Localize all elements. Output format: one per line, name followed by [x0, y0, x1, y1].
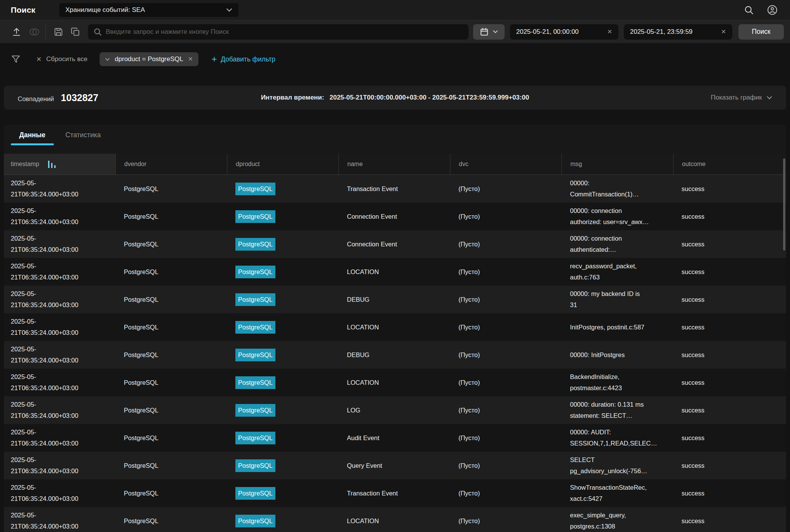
table-row[interactable]: 2025-05- 21T06:35:24.000+03:00PostgreSQL… — [4, 341, 786, 369]
highlighted-match: PostgreSQL — [235, 349, 275, 361]
cell-dproduct: PostgreSQL — [227, 507, 338, 532]
remove-filter-icon[interactable]: ✕ — [188, 56, 193, 62]
save-query-button[interactable] — [53, 26, 64, 38]
cell-timestamp: 2025-05- 21T06:35:24.000+03:00 — [4, 313, 115, 341]
cell-dproduct: PostgreSQL — [227, 452, 338, 479]
date-to-field[interactable]: 2025-05-21, 23:59:59 ✕ — [624, 24, 732, 40]
column-header-timestamp[interactable]: timestamp — [4, 154, 115, 175]
upload-icon — [12, 27, 22, 37]
export-button[interactable] — [11, 26, 22, 38]
table-scrollbar-thumb[interactable] — [783, 158, 785, 251]
correlate-button[interactable] — [28, 26, 40, 38]
tab-data[interactable]: Данные — [9, 125, 55, 145]
cell-dvendor: PostgreSQL — [115, 313, 227, 341]
cell-dvc: (Пусто) — [450, 479, 562, 507]
tab-statistics[interactable]: Статистика — [55, 125, 111, 145]
active-tab-underline — [11, 143, 54, 145]
table-body: 2025-05- 21T06:35:24.000+03:00PostgreSQL… — [4, 175, 786, 532]
search-button[interactable]: Поиск — [738, 24, 784, 40]
column-header-outcome[interactable]: outcome — [673, 154, 786, 175]
cell-msg: 00000: connection authorized: user=srv_a… — [562, 203, 673, 230]
cell-dvendor: PostgreSQL — [115, 452, 227, 479]
date-to-value: 2025-05-21, 23:59:59 — [630, 28, 693, 36]
clear-date-to-icon[interactable]: ✕ — [721, 29, 726, 35]
table-row[interactable]: 2025-05- 21T06:35:24.000+03:00PostgreSQL… — [4, 424, 786, 452]
table-row[interactable]: 2025-05- 21T06:35:24.000+03:00PostgreSQL… — [4, 286, 786, 313]
chevron-down-icon — [105, 58, 110, 61]
cell-timestamp: 2025-05- 21T06:35:24.000+03:00 — [4, 230, 115, 258]
event-storage-dropdown[interactable]: Хранилище событий: SEA — [59, 3, 238, 17]
query-input-wrapper — [88, 24, 468, 40]
highlighted-match: PostgreSQL — [235, 487, 275, 500]
cell-outcome: success — [673, 203, 786, 230]
event-storage-label: Хранилище событий: SEA — [65, 6, 145, 14]
results-card: Данные Статистика timestamp dvendor dp — [4, 125, 786, 532]
toolbar-divider — [45, 25, 46, 39]
cell-dvc: (Пусто) — [450, 369, 562, 396]
top-bar: Поиск Хранилище событий: SEA — [0, 0, 790, 20]
results-tabs: Данные Статистика — [4, 125, 786, 145]
cell-name: Connection Event — [338, 230, 450, 258]
query-input[interactable] — [106, 28, 463, 36]
cell-dproduct: PostgreSQL — [227, 479, 338, 507]
cell-msg: ShowTransactionStateRec, xact.c:5427 — [562, 479, 673, 507]
column-header-name[interactable]: name — [338, 154, 450, 175]
global-search-icon[interactable] — [744, 5, 754, 15]
top-bar-actions — [744, 5, 778, 15]
cell-dproduct: PostgreSQL — [227, 341, 338, 369]
interval-label: Интервал времени: — [261, 94, 324, 101]
cell-outcome: success — [673, 369, 786, 396]
copy-query-button[interactable] — [70, 26, 81, 38]
cell-name: Connection Event — [338, 203, 450, 230]
cell-timestamp: 2025-05- 21T06:35:24.000+03:00 — [4, 369, 115, 396]
date-from-field[interactable]: 2025-05-21, 00:00:00 ✕ — [510, 24, 618, 40]
column-header-msg[interactable]: msg — [562, 154, 673, 175]
cell-name: Audit Event — [338, 424, 450, 452]
results-summary-bar: Совпадений 1032827 Интервал времени: 202… — [4, 86, 786, 110]
cell-dvendor: PostgreSQL — [115, 230, 227, 258]
cell-dproduct: PostgreSQL — [227, 258, 338, 286]
cell-timestamp: 2025-05- 21T06:35:24.000+03:00 — [4, 286, 115, 313]
date-range-picker-button[interactable] — [473, 24, 505, 40]
highlighted-match: PostgreSQL — [235, 321, 275, 334]
column-header-dproduct[interactable]: dproduct — [227, 154, 338, 175]
cell-dvc: (Пусто) — [450, 424, 562, 452]
show-chart-toggle[interactable]: Показать график — [711, 94, 772, 101]
date-from-value: 2025-05-21, 00:00:00 — [516, 28, 579, 36]
cell-dvc: (Пусто) — [450, 452, 562, 479]
sort-descending-icon[interactable] — [48, 160, 57, 168]
cell-dvc: (Пусто) — [450, 313, 562, 341]
filter-bar: ✕ Сбросить все dproduct = PostgreSQL ✕ +… — [0, 43, 790, 75]
chevron-down-icon — [767, 96, 772, 100]
cell-outcome: success — [673, 313, 786, 341]
table-row[interactable]: 2025-05- 21T06:35:24.000+03:00PostgreSQL… — [4, 258, 786, 286]
cell-msg: 00000: connection authenticated:… — [562, 230, 673, 258]
highlighted-match: PostgreSQL — [235, 459, 275, 472]
table-row[interactable]: 2025-05- 21T06:35:24.000+03:00PostgreSQL… — [4, 230, 786, 258]
highlighted-match: PostgreSQL — [235, 266, 275, 278]
cell-msg: exec_simple_query, postgres.c:1308 — [562, 507, 673, 532]
table-row[interactable]: 2025-05- 21T06:35:24.000+03:00PostgreSQL… — [4, 369, 786, 396]
cell-msg: recv_password_packet, auth.c:763 — [562, 258, 673, 286]
cell-timestamp: 2025-05- 21T06:35:24.000+03:00 — [4, 396, 115, 424]
clear-date-from-icon[interactable]: ✕ — [607, 29, 612, 35]
cell-dvc: (Пусто) — [450, 286, 562, 313]
clear-all-filters-button[interactable]: ✕ Сбросить все — [36, 55, 87, 63]
highlighted-match: PostgreSQL — [235, 238, 275, 251]
add-filter-label: Добавить фильтр — [221, 55, 275, 63]
table-row[interactable]: 2025-05- 21T06:35:24.000+03:00PostgreSQL… — [4, 507, 786, 532]
table-row[interactable]: 2025-05- 21T06:35:24.000+03:00PostgreSQL… — [4, 396, 786, 424]
filter-chip-dproduct[interactable]: dproduct = PostgreSQL ✕ — [100, 52, 198, 66]
table-row[interactable]: 2025-05- 21T06:35:24.000+03:00PostgreSQL… — [4, 479, 786, 507]
cell-dvendor: PostgreSQL — [115, 479, 227, 507]
table-row[interactable]: 2025-05- 21T06:35:24.000+03:00PostgreSQL… — [4, 452, 786, 479]
cell-name: LOG — [338, 396, 450, 424]
filter-chip-label: dproduct = PostgreSQL — [115, 55, 183, 63]
table-row[interactable]: 2025-05- 21T06:35:24.000+03:00PostgreSQL… — [4, 313, 786, 341]
table-row[interactable]: 2025-05- 21T06:35:24.000+03:00PostgreSQL… — [4, 203, 786, 230]
add-filter-button[interactable]: + Добавить фильтр — [212, 55, 275, 64]
column-header-dvc[interactable]: dvc — [450, 154, 562, 175]
column-header-dvendor[interactable]: dvendor — [115, 154, 227, 175]
user-profile-icon[interactable] — [767, 5, 778, 15]
table-row[interactable]: 2025-05- 21T06:35:24.000+03:00PostgreSQL… — [4, 175, 786, 203]
